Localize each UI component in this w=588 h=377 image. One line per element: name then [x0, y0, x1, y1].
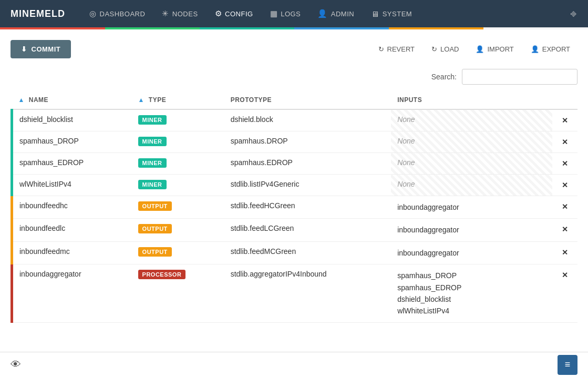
table-row: inboundfeedhc OUTPUT stdlib.feedHCGreen … — [12, 196, 578, 219]
col-type: ▲ TYPE — [132, 91, 224, 109]
system-nav-icon: 🖥 — [371, 9, 379, 18]
delete-button[interactable]: ✕ — [559, 158, 571, 169]
cell-delete: ✕ — [552, 109, 577, 131]
cell-name: inboundfeedmc — [12, 241, 132, 264]
nodes-nav-icon: ✳ — [162, 9, 169, 18]
delete-button[interactable]: ✕ — [559, 115, 571, 126]
cell-type: OUTPUT — [132, 196, 224, 219]
cell-prototype: stdlib.feedHCGreen — [224, 196, 391, 219]
cell-type: MINER — [132, 153, 224, 175]
header-row: ▲ NAME ▲ TYPE PROTOTYPE INPUTS — [12, 91, 578, 109]
cell-delete: ✕ — [552, 264, 577, 323]
config-nav-icon: ⚙ — [215, 9, 222, 18]
cell-inputs: inboundaggregator — [391, 219, 552, 241]
cell-prototype: stdlib.feedLCGreen — [224, 219, 391, 241]
delete-button[interactable]: ✕ — [559, 270, 571, 280]
type-badge: OUTPUT — [138, 201, 172, 211]
table-row: spamhaus_DROP MINER spamhaus.DROP None ✕ — [12, 131, 578, 153]
nav-item-nodes[interactable]: ✳NODES — [153, 0, 206, 27]
cell-type: OUTPUT — [132, 219, 224, 241]
delete-button[interactable]: ✕ — [559, 201, 571, 212]
dashboard-nav-icon: ◎ — [89, 9, 97, 18]
cell-delete: ✕ — [552, 241, 577, 264]
toolbar-right: ↻ REVERT ↻ LOAD 👤 IMPORT 👤 EXPORT — [371, 41, 577, 57]
cell-name: inboundfeedhc — [12, 196, 132, 219]
table-row: inboundfeedlc OUTPUT stdlib.feedLCGreen … — [12, 219, 578, 241]
type-badge: MINER — [138, 115, 167, 125]
type-badge: OUTPUT — [138, 224, 172, 233]
cell-delete: ✕ — [552, 131, 577, 153]
commit-button[interactable]: ⬇ COMMIT — [11, 40, 71, 58]
cell-inputs: inboundaggregator — [391, 196, 552, 219]
nav-item-config[interactable]: ⚙CONFIG — [207, 0, 262, 27]
cell-delete: ✕ — [552, 153, 577, 175]
search-label: Search: — [431, 73, 457, 81]
nav-item-admin[interactable]: 👤ADMIN — [309, 0, 363, 27]
export-icon: 👤 — [531, 45, 539, 53]
logout-button[interactable]: ⎆ — [564, 8, 583, 19]
cell-type: MINER — [132, 131, 224, 153]
export-button[interactable]: 👤 EXPORT — [523, 41, 577, 57]
delete-button[interactable]: ✕ — [559, 224, 571, 235]
table-row: inboundfeedmc OUTPUT stdlib.feedMCGreen … — [12, 241, 578, 264]
data-table: ▲ NAME ▲ TYPE PROTOTYPE INPUTS dshield_b… — [11, 91, 577, 323]
cell-delete: ✕ — [552, 175, 577, 196]
cell-prototype: dshield.block — [224, 109, 391, 131]
commit-label: COMMIT — [32, 45, 61, 53]
table-row: wlWhiteListIPv4 MINER stdlib.listIPv4Gen… — [12, 175, 578, 196]
cell-name: inboundfeedlc — [12, 219, 132, 241]
import-icon: 👤 — [476, 45, 484, 53]
commit-icon: ⬇ — [21, 45, 27, 53]
cell-type: MINER — [132, 175, 224, 196]
cell-delete: ✕ — [552, 196, 577, 219]
main-content: ⬇ COMMIT ↻ REVERT ↻ LOAD 👤 IMPORT 👤 EXPO… — [0, 29, 588, 377]
cell-inputs: None — [391, 131, 552, 153]
cell-inputs: spamhaus_DROPspamhaus_EDROPdshield_block… — [391, 264, 552, 323]
logs-nav-icon: ▦ — [270, 9, 278, 18]
nav-item-logs[interactable]: ▦LOGS — [262, 0, 310, 27]
revert-icon: ↻ — [378, 45, 384, 53]
cell-prototype: stdlib.feedMCGreen — [224, 241, 391, 264]
nav-item-system[interactable]: 🖥SYSTEM — [363, 0, 420, 27]
toolbar: ⬇ COMMIT ↻ REVERT ↻ LOAD 👤 IMPORT 👤 EXPO… — [11, 40, 577, 58]
delete-button[interactable]: ✕ — [559, 247, 571, 258]
sort-arrow-name: ▲ — [18, 96, 25, 104]
cell-prototype: stdlib.listIPv4Generic — [224, 175, 391, 196]
inputs-none: None — [397, 115, 415, 124]
logs-nav-label: LOGS — [281, 10, 301, 18]
inputs-none: None — [397, 158, 415, 167]
type-badge: PROCESSOR — [138, 270, 186, 279]
export-label: EXPORT — [542, 45, 570, 53]
cell-name: spamhaus_EDROP — [12, 153, 132, 175]
import-button[interactable]: 👤 IMPORT — [468, 41, 521, 57]
inputs-item: spamhaus_EDROP — [397, 282, 546, 293]
revert-button[interactable]: ↻ REVERT — [371, 41, 422, 57]
delete-button[interactable]: ✕ — [559, 137, 571, 147]
type-badge: MINER — [138, 158, 167, 168]
nav-item-dashboard[interactable]: ◎DASHBOARD — [81, 0, 153, 27]
revert-label: REVERT — [387, 45, 415, 53]
load-label: LOAD — [440, 45, 459, 53]
eye-icon[interactable]: 👁 — [11, 359, 21, 371]
table-row: inboundaggregator PROCESSOR stdlib.aggre… — [12, 264, 578, 323]
navbar: MINEMELD ◎DASHBOARD✳NODES⚙CONFIG▦LOGS👤AD… — [0, 0, 588, 27]
type-badge: OUTPUT — [138, 247, 172, 257]
load-button[interactable]: ↻ LOAD — [424, 41, 466, 57]
search-input[interactable] — [462, 69, 577, 85]
delete-button[interactable]: ✕ — [559, 180, 571, 190]
search-row: Search: — [11, 69, 577, 85]
inputs-none: None — [397, 137, 415, 145]
type-badge: MINER — [138, 137, 167, 146]
table-header: ▲ NAME ▲ TYPE PROTOTYPE INPUTS — [12, 91, 578, 109]
nav-items: ◎DASHBOARD✳NODES⚙CONFIG▦LOGS👤ADMIN🖥SYSTE… — [81, 0, 564, 27]
cell-inputs: inboundaggregator — [391, 241, 552, 264]
cell-inputs: None — [391, 109, 552, 131]
inputs-item: dshield_blocklist — [397, 293, 546, 305]
page-footer: 👁 ≡ — [0, 352, 588, 377]
grid-button[interactable]: ≡ — [558, 355, 577, 375]
system-nav-label: SYSTEM — [383, 10, 412, 18]
cell-inputs: None — [391, 175, 552, 196]
load-icon: ↻ — [431, 45, 437, 53]
inputs-none: None — [397, 180, 415, 188]
cell-prototype: stdlib.aggregatorIPv4Inbound — [224, 264, 391, 323]
